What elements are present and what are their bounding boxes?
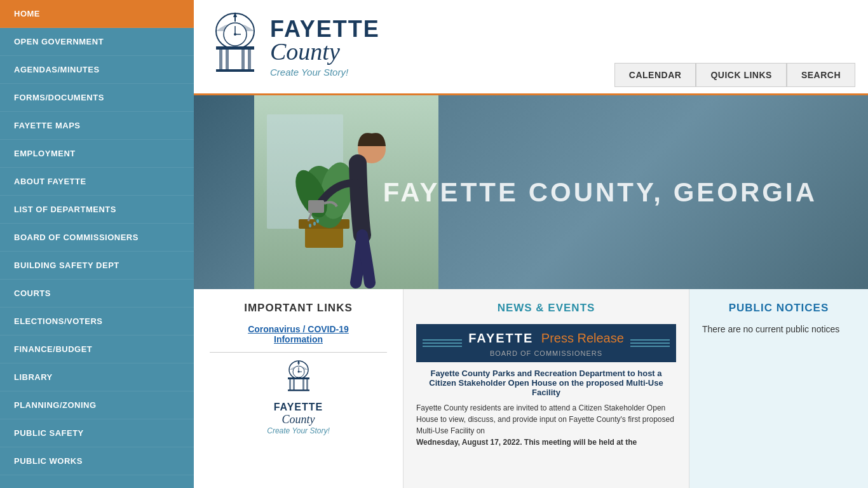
svg-rect-7 xyxy=(241,47,245,69)
svg-rect-36 xyxy=(288,377,309,379)
search-button[interactable]: SEARCH xyxy=(787,63,855,87)
public-notices-title: PUBLIC NOTICES xyxy=(702,302,855,315)
sidebar-item-home[interactable]: HOME xyxy=(0,0,194,28)
svg-rect-6 xyxy=(226,47,229,69)
press-line xyxy=(423,339,462,341)
svg-point-24 xyxy=(316,219,319,223)
press-lines-right xyxy=(624,339,676,347)
news-article-body: Fayette County residents are invited to … xyxy=(416,402,676,448)
news-events-title: NEWS & EVENTS xyxy=(416,302,676,315)
press-line xyxy=(630,346,670,347)
calendar-button[interactable]: CALENDAR xyxy=(614,63,696,87)
hero-banner: FAYETTE COUNTY, GEORGIA xyxy=(194,95,868,289)
svg-rect-32 xyxy=(293,378,295,390)
svg-rect-8 xyxy=(248,47,251,69)
content-row: IMPORTANT LINKS Coronavirus / COVID-19 I… xyxy=(194,289,868,488)
sidebar-item-planning-zoning[interactable]: PLANNING/ZONING xyxy=(0,391,194,419)
sidebar-item-elections-voters[interactable]: ELECTIONS/VOTERS xyxy=(0,308,194,336)
press-lines-left xyxy=(416,339,468,347)
logo-icon xyxy=(207,12,264,82)
sidebar-item-building-safety-dept[interactable]: BUILDING SAFETY DEPT xyxy=(0,252,194,280)
sidebar-item-forms-documents[interactable]: FORMS/DOCUMENTS xyxy=(0,84,194,112)
sidebar-item-agendas-minutes[interactable]: AGENDAS/MINUTES xyxy=(0,56,194,84)
sidebar-item-library[interactable]: LIBRARY xyxy=(0,363,194,391)
hero-title: FAYETTE COUNTY, GEORGIA xyxy=(383,177,817,208)
svg-point-25 xyxy=(309,224,311,227)
press-line xyxy=(630,342,670,344)
press-banner-sub: BOARD OF COMMISSIONERS xyxy=(416,349,676,357)
svg-point-23 xyxy=(313,222,316,226)
press-line xyxy=(423,346,462,347)
svg-rect-10 xyxy=(216,46,254,50)
news-article-title[interactable]: Fayette County Parks and Recreation Depa… xyxy=(416,369,676,397)
sidebar-item-fayette-maps[interactable]: FAYETTE MAPS xyxy=(0,112,194,140)
county-logo-fayette-small: FAYETTE xyxy=(210,402,387,413)
sidebar-item-public-safety[interactable]: PUBLIC SAFETY xyxy=(0,419,194,447)
sidebar-item-open-government[interactable]: OPEN GOVERNMENT xyxy=(0,28,194,56)
press-line xyxy=(423,342,462,344)
svg-rect-9 xyxy=(216,69,254,72)
county-logo-small-icon xyxy=(283,360,315,398)
svg-rect-34 xyxy=(306,378,308,390)
sidebar-item-public-works[interactable]: PUBLIC WORKS xyxy=(0,447,194,475)
press-release-banner: FAYETTE Press Release BOARD OF COMMISSIO… xyxy=(416,324,676,362)
news-events-panel: NEWS & EVENTS FAYETTE Press Release B xyxy=(403,289,689,488)
press-banner-release: Press Release xyxy=(541,331,624,345)
svg-rect-31 xyxy=(289,378,291,390)
main-content: FAYETTE County Create Your Story! CALEND… xyxy=(194,0,868,488)
county-logo-tagline-small: Create Your Story! xyxy=(210,426,387,435)
quick-links-button[interactable]: QUICK LINKS xyxy=(696,63,787,87)
public-notices-panel: PUBLIC NOTICES There are no current publ… xyxy=(689,289,868,488)
county-logo-bottom: FAYETTE County Create Your Story! xyxy=(210,360,387,435)
sidebar-item-about-fayette[interactable]: ABOUT FAYETTE xyxy=(0,168,194,196)
sidebar-item-list-of-departments[interactable]: LIST OF DEPARTMENTS xyxy=(0,196,194,224)
important-links-title: IMPORTANT LINKS xyxy=(210,302,387,315)
logo-tagline: Create Your Story! xyxy=(270,67,380,78)
logo-area: FAYETTE County Create Your Story! xyxy=(207,12,380,82)
site-header: FAYETTE County Create Your Story! CALEND… xyxy=(194,0,868,95)
divider xyxy=(210,352,387,353)
logo-county: County xyxy=(270,37,380,65)
important-links-panel: IMPORTANT LINKS Coronavirus / COVID-19 I… xyxy=(194,289,403,488)
svg-rect-35 xyxy=(288,390,309,391)
sidebar-item-board-of-commissioners[interactable]: BOARD OF COMMISSIONERS xyxy=(0,224,194,252)
svg-rect-5 xyxy=(219,47,222,69)
county-logo-county-small: County xyxy=(210,413,387,426)
svg-rect-33 xyxy=(302,378,304,390)
press-banner-fayette: FAYETTE xyxy=(468,331,533,345)
svg-rect-21 xyxy=(308,200,324,213)
sidebar-item-courts[interactable]: COURTS xyxy=(0,280,194,308)
public-notices-body: There are no current public notices xyxy=(702,324,855,334)
header-buttons: CALENDAR QUICK LINKS SEARCH xyxy=(614,63,855,93)
sidebar-item-finance-budget[interactable]: FINANCE/BUDGET xyxy=(0,336,194,363)
logo-text-area: FAYETTE County Create Your Story! xyxy=(270,16,380,78)
covid-link[interactable]: Coronavirus / COVID-19 Information xyxy=(210,324,387,344)
press-line xyxy=(630,339,670,341)
sidebar: HOMEOPEN GOVERNMENTAGENDAS/MINUTESFORMS/… xyxy=(0,0,194,488)
sidebar-item-employment[interactable]: EMPLOYMENT xyxy=(0,140,194,168)
